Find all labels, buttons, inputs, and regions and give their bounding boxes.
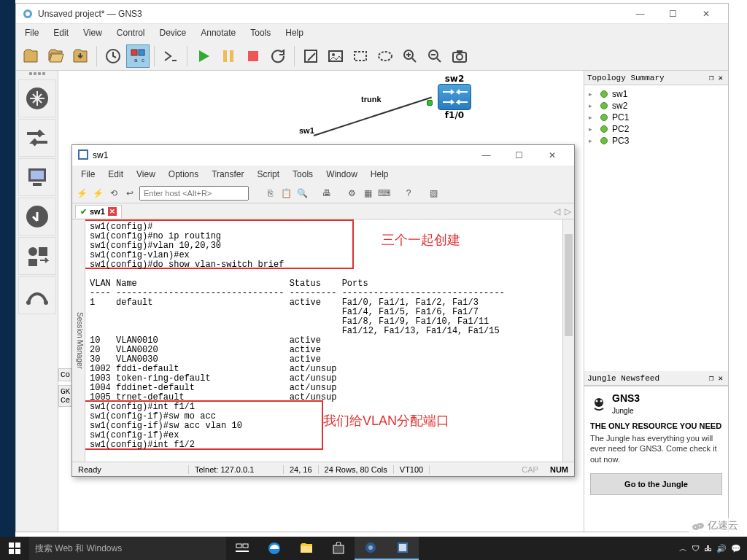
quick-connect-icon[interactable]: ⚡ bbox=[91, 187, 104, 200]
minimize-button[interactable]: — bbox=[624, 4, 657, 24]
terminal-toolbar: ⚡ ⚡ ⟲ ↩ ⎘ 📋 🔍 🖶 ⚙ ▦ ⌨ ? ▧ bbox=[72, 183, 574, 203]
help-icon[interactable]: ? bbox=[402, 187, 415, 200]
file-explorer-icon[interactable] bbox=[290, 537, 322, 560]
switches-icon[interactable] bbox=[18, 119, 56, 157]
tray-network-icon[interactable]: 🖧 bbox=[704, 544, 712, 553]
start-button[interactable] bbox=[0, 537, 29, 560]
zoom-in-icon[interactable] bbox=[398, 44, 422, 68]
term-menu-view[interactable]: View bbox=[131, 168, 161, 181]
menu-annotate[interactable]: Annotate bbox=[195, 26, 241, 39]
securecrt-taskbar-icon[interactable] bbox=[387, 537, 419, 560]
toggle-icon[interactable]: ▧ bbox=[427, 187, 440, 200]
console-icon[interactable] bbox=[159, 44, 182, 68]
stop-icon[interactable] bbox=[241, 44, 265, 68]
session-options-icon[interactable]: ▦ bbox=[361, 187, 374, 200]
tray-volume-icon[interactable]: 🔊 bbox=[716, 544, 727, 553]
search-placeholder: 搜索 Web 和 Windows bbox=[35, 542, 122, 555]
screenshot-icon[interactable] bbox=[448, 44, 471, 68]
menu-device[interactable]: Device bbox=[154, 26, 193, 39]
panel-undock-icon[interactable]: ❐ bbox=[707, 373, 716, 383]
menu-edit[interactable]: Edit bbox=[47, 26, 74, 39]
new-project-icon[interactable] bbox=[19, 44, 42, 68]
topology-item-pc3[interactable]: ▸PC3 bbox=[587, 135, 725, 147]
svg-text:a: a bbox=[134, 57, 138, 63]
menu-help[interactable]: Help bbox=[279, 26, 309, 39]
term-menu-script[interactable]: Script bbox=[251, 168, 285, 181]
term-menu-edit[interactable]: Edit bbox=[102, 168, 129, 181]
panel-close-icon[interactable]: ✕ bbox=[716, 73, 725, 82]
tab-prev-icon[interactable]: ◁ bbox=[554, 206, 560, 217]
term-menu-file[interactable]: File bbox=[75, 168, 101, 181]
host-input[interactable] bbox=[139, 186, 249, 201]
end-devices-icon[interactable] bbox=[18, 158, 56, 196]
term-menu-transfer[interactable]: Transfer bbox=[206, 168, 249, 181]
term-menu-window[interactable]: Window bbox=[320, 168, 363, 181]
session-manager-tab[interactable]: Session Manager bbox=[72, 219, 85, 462]
print-icon[interactable]: 🖶 bbox=[320, 187, 333, 200]
maximize-button[interactable]: ☐ bbox=[657, 4, 689, 24]
draw-rect-icon[interactable] bbox=[349, 44, 372, 68]
zoom-out-icon[interactable] bbox=[423, 44, 446, 68]
keymap-icon[interactable]: ⌨ bbox=[377, 187, 390, 200]
tray-notifications-icon[interactable]: 💬 bbox=[731, 544, 741, 553]
terminal-output[interactable]: sw1(config)# sw1(config)#no ip routing s… bbox=[85, 219, 562, 462]
find-icon[interactable]: 🔍 bbox=[295, 187, 309, 200]
insert-image-icon[interactable] bbox=[324, 44, 347, 68]
close-button[interactable]: ✕ bbox=[689, 4, 722, 24]
annotate-note-icon[interactable] bbox=[299, 44, 322, 68]
tab-close-icon[interactable]: ✕ bbox=[108, 207, 117, 216]
panel-close-icon[interactable]: ✕ bbox=[716, 373, 725, 383]
add-link-icon[interactable] bbox=[18, 276, 56, 314]
tray-shield-icon[interactable]: 🛡 bbox=[692, 544, 700, 553]
taskbar-search[interactable]: 搜索 Web 和 Windows bbox=[29, 537, 226, 560]
disconnect-icon[interactable]: ↩ bbox=[123, 187, 136, 200]
all-devices-icon[interactable] bbox=[18, 237, 56, 275]
paste-icon[interactable]: 📋 bbox=[279, 187, 293, 200]
go-to-jungle-button[interactable]: Go to the Jungle bbox=[590, 473, 722, 495]
pause-icon[interactable] bbox=[217, 44, 240, 68]
reload-icon[interactable] bbox=[266, 44, 290, 68]
term-close-button[interactable]: ✕ bbox=[535, 145, 568, 166]
topology-item-pc2[interactable]: ▸PC2 bbox=[587, 123, 725, 135]
term-maximize-button[interactable]: ☐ bbox=[503, 145, 535, 166]
task-view-icon[interactable] bbox=[226, 537, 258, 560]
term-minimize-button[interactable]: — bbox=[470, 145, 503, 166]
draw-ellipse-icon[interactable] bbox=[374, 44, 397, 68]
edge-icon[interactable] bbox=[258, 537, 290, 560]
term-menu-help[interactable]: Help bbox=[365, 168, 395, 181]
routers-icon[interactable] bbox=[18, 79, 56, 117]
connect-icon[interactable]: ⚡ bbox=[75, 187, 88, 200]
tab-next-icon[interactable]: ▷ bbox=[565, 206, 571, 217]
system-tray[interactable]: ︿ 🛡 🖧 🔊 💬 bbox=[673, 543, 747, 554]
menu-tools[interactable]: Tools bbox=[244, 26, 276, 39]
window-buttons: — ☐ ✕ bbox=[624, 4, 722, 24]
panel-undock-icon[interactable]: ❐ bbox=[707, 73, 716, 82]
copy-icon[interactable]: ⎘ bbox=[263, 187, 276, 200]
topology-list[interactable]: ▸sw1 ▸sw2 ▸PC1 ▸PC2 ▸PC3 bbox=[584, 85, 728, 371]
scrollbar-thumb[interactable] bbox=[565, 234, 573, 336]
start-icon[interactable] bbox=[192, 44, 215, 68]
reconnect-icon[interactable]: ⟲ bbox=[107, 187, 120, 200]
snapshot-icon[interactable] bbox=[101, 44, 125, 68]
topology-item-sw1[interactable]: ▸sw1 bbox=[587, 88, 725, 100]
term-menu-tools[interactable]: Tools bbox=[287, 168, 319, 181]
topology-item-sw2[interactable]: ▸sw2 bbox=[587, 100, 725, 112]
terminal-scrollbar[interactable] bbox=[562, 219, 574, 462]
status-telnet: Telnet: 127.0.0.1 bbox=[189, 465, 284, 474]
settings-icon[interactable]: ⚙ bbox=[345, 187, 358, 200]
dock-handle[interactable] bbox=[18, 72, 57, 78]
gns3-taskbar-icon[interactable] bbox=[355, 537, 387, 560]
security-devices-icon[interactable] bbox=[18, 198, 56, 236]
show-labels-icon[interactable]: ac bbox=[126, 44, 150, 68]
store-icon[interactable] bbox=[322, 537, 355, 560]
menu-control[interactable]: Control bbox=[111, 26, 151, 39]
device-sw2[interactable]: sw2 f1/0 bbox=[438, 74, 471, 120]
terminal-tab-sw1[interactable]: ✔ sw1 ✕ bbox=[75, 205, 122, 218]
open-project-icon[interactable] bbox=[44, 44, 67, 68]
term-menu-options[interactable]: Options bbox=[163, 168, 204, 181]
tray-chevron-icon[interactable]: ︿ bbox=[679, 543, 687, 554]
menu-file[interactable]: File bbox=[19, 26, 44, 39]
menu-view[interactable]: View bbox=[77, 26, 108, 39]
topology-item-pc1[interactable]: ▸PC1 bbox=[587, 112, 725, 123]
save-project-icon[interactable] bbox=[69, 44, 92, 68]
